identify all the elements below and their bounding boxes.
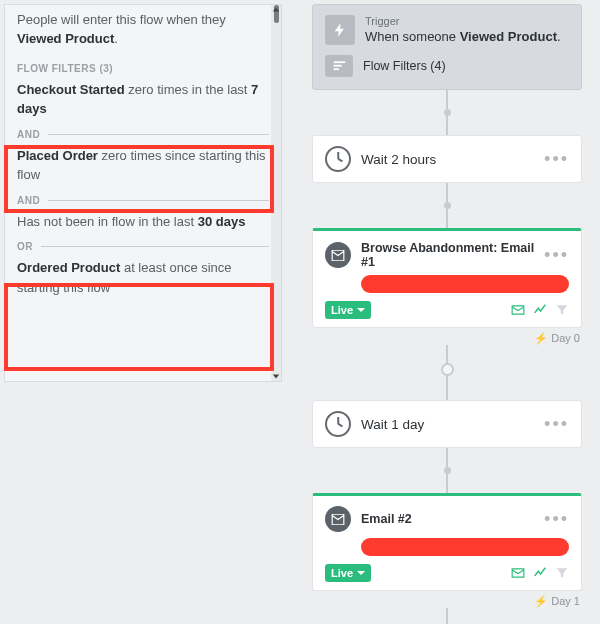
scroll-down-icon[interactable]: [271, 371, 281, 381]
more-icon[interactable]: •••: [544, 154, 569, 164]
filter-icon[interactable]: [555, 303, 569, 317]
mail-icon: [325, 506, 351, 532]
mail-status-icon[interactable]: [511, 303, 525, 317]
more-icon[interactable]: •••: [544, 419, 569, 429]
flow-filter-2[interactable]: Placed Order zero times since starting t…: [17, 146, 269, 185]
analytics-icon[interactable]: [533, 303, 547, 317]
filter-icon[interactable]: [555, 566, 569, 580]
wait-card[interactable]: Wait 1 day •••: [312, 400, 582, 448]
day-label: ⚡Day 1: [312, 595, 580, 608]
entry-event: Viewed Product: [17, 31, 114, 46]
logic-and: AND: [17, 195, 269, 206]
analytics-icon[interactable]: [533, 566, 547, 580]
redacted-content: [361, 275, 569, 293]
scroll-up-icon[interactable]: [271, 5, 281, 15]
logic-or: OR: [17, 241, 269, 252]
more-icon[interactable]: •••: [544, 250, 569, 260]
more-icon[interactable]: •••: [544, 514, 569, 524]
logic-and: AND: [17, 129, 269, 140]
wait-text: Wait 1 day: [361, 417, 544, 432]
day-label: ⚡Day 0: [312, 332, 580, 345]
flow-filter-1[interactable]: Checkout Started zero times in the last …: [17, 80, 269, 119]
clock-icon: [325, 411, 351, 437]
flow-filters-heading: FLOW FILTERS (3): [17, 63, 269, 74]
trigger-text: When someone Viewed Product.: [365, 29, 561, 44]
email-title: Browse Abandonment: Email #1: [361, 241, 544, 269]
trigger-card[interactable]: Trigger When someone Viewed Product. Flo…: [312, 4, 582, 90]
clock-icon: [325, 146, 351, 172]
flow-entry-description: People will enter this flow when they Vi…: [17, 5, 269, 49]
wait-text: Wait 2 hours: [361, 152, 544, 167]
email-card[interactable]: Email #2 ••• Live: [312, 493, 582, 591]
flow-filter-4[interactable]: Ordered Product at least once since star…: [17, 258, 269, 297]
status-badge[interactable]: Live: [325, 564, 371, 582]
trigger-label: Trigger: [365, 15, 561, 27]
filter-list-icon: [325, 55, 353, 77]
email-title: Email #2: [361, 512, 544, 526]
wait-card[interactable]: Wait 2 hours •••: [312, 135, 582, 183]
flow-config-sidebar: People will enter this flow when they Vi…: [4, 4, 282, 382]
flow-filter-3[interactable]: Has not been in flow in the last 30 days: [17, 212, 269, 232]
mail-icon: [325, 242, 351, 268]
svg-rect-1: [333, 65, 341, 67]
email-card[interactable]: Browse Abandonment: Email #1 ••• Live: [312, 228, 582, 328]
status-badge[interactable]: Live: [325, 301, 371, 319]
mail-status-icon[interactable]: [511, 566, 525, 580]
bolt-icon: [325, 15, 355, 45]
redacted-content: [361, 538, 569, 556]
flow-filters-chip[interactable]: Flow Filters (4): [325, 55, 569, 77]
flow-canvas: Trigger When someone Viewed Product. Flo…: [282, 0, 600, 624]
svg-rect-2: [333, 68, 338, 70]
entry-text: People will enter this flow when they: [17, 12, 226, 27]
sidebar-scrollbar[interactable]: [271, 5, 281, 381]
flow-filters-label: Flow Filters (4): [363, 59, 446, 73]
svg-rect-0: [333, 61, 345, 63]
